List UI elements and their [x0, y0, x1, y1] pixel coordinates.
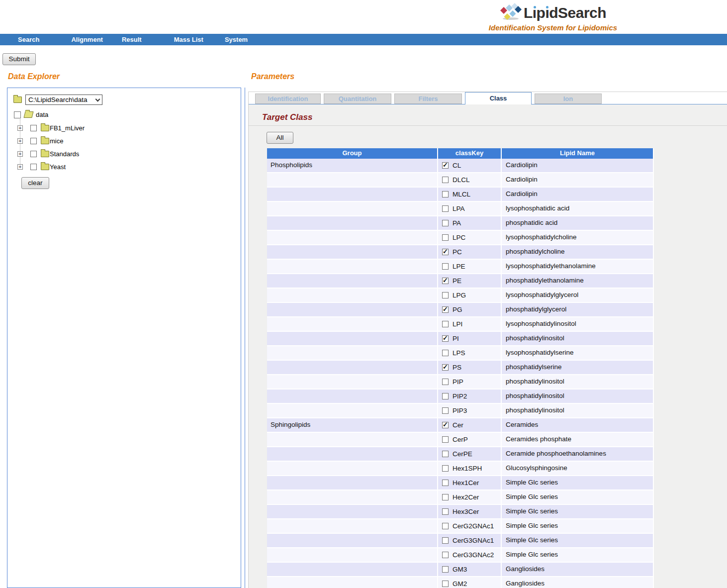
class-checkbox[interactable] [442, 566, 449, 573]
classkey-label: LPS [453, 349, 465, 357]
class-checkbox[interactable] [442, 422, 449, 428]
class-checkbox[interactable] [442, 292, 449, 298]
classkey-label: PG [453, 306, 462, 313]
tree-folder-label[interactable]: Standards [50, 150, 79, 158]
class-checkbox[interactable] [442, 177, 449, 183]
class-checkbox[interactable] [442, 220, 449, 226]
expand-plus-icon[interactable]: + [17, 164, 23, 170]
class-checkbox[interactable] [442, 393, 449, 399]
lipid-name-cell: phosphatidylinositol [502, 390, 654, 404]
group-cell [267, 202, 438, 216]
parameters-panel: IdentificationQuantitationFiltersClassIo… [248, 92, 727, 588]
table-row-cerg3gnac2: CerG3GNAc2 Simple Glc series [267, 548, 654, 563]
class-checkbox[interactable] [442, 451, 449, 457]
table-row-hex2cer: Hex2Cer Simple Glc series [267, 490, 654, 505]
clear-button[interactable]: clear [21, 177, 49, 189]
table-row-dlcl: DLCL Cardiolipin [267, 173, 654, 188]
folder-tree: + FB1_mLiver + mice + Standards + Yeast [12, 123, 241, 171]
classkey-cell: LPC [438, 231, 502, 245]
class-checkbox[interactable] [442, 537, 449, 544]
classkey-cell: LPS [438, 346, 502, 361]
class-checkbox[interactable] [442, 234, 449, 241]
main-menu-bar: SearchAlignmentResultMass ListSystem [0, 34, 727, 45]
class-checkbox[interactable] [442, 321, 449, 327]
tree-root-label[interactable]: data [36, 111, 48, 118]
group-cell [267, 361, 438, 375]
classkey-cell: PI [438, 332, 502, 346]
table-row-cerg3gnac1: CerG3GNAc1 Simple Glc series [267, 534, 654, 548]
target-class-heading: Target Class [262, 104, 727, 122]
class-checkbox[interactable] [442, 523, 449, 529]
menu-item-mass-list[interactable]: Mass List [174, 36, 203, 43]
class-checkbox[interactable] [442, 465, 449, 472]
classkey-label: GM3 [453, 566, 467, 573]
tab-identification[interactable]: Identification [255, 94, 321, 104]
tab-quantitation[interactable]: Quantitation [324, 94, 391, 104]
class-checkbox[interactable] [442, 407, 449, 414]
table-body: Phospholipids CL Cardiolipin DLCL Cardio… [267, 159, 654, 588]
chevron-down-icon [95, 97, 100, 101]
expand-plus-icon[interactable]: + [17, 151, 23, 157]
table-row-cerpe: CerPE Ceramide phosphoethanolamines [267, 447, 654, 462]
folder-checkbox[interactable] [30, 138, 37, 144]
menu-item-search[interactable]: Search [18, 36, 39, 43]
classkey-cell: LPA [438, 202, 502, 216]
lipid-name-cell: lysophosphatidylinositol [502, 317, 654, 332]
class-checkbox[interactable] [442, 494, 449, 500]
folder-checkbox[interactable] [30, 125, 37, 131]
submit-button[interactable]: Submit [2, 53, 36, 65]
column-header-group: Group [267, 148, 438, 159]
class-checkbox[interactable] [442, 581, 449, 587]
table-header-row: Group classKey Lipid Name [267, 148, 654, 159]
classkey-label: PC [453, 248, 462, 256]
tree-folder-label[interactable]: Yeast [50, 163, 66, 171]
group-cell [267, 231, 438, 245]
group-cell: Sphingolipids [267, 418, 438, 433]
folder-checkbox[interactable] [30, 151, 37, 157]
data-path-select[interactable]: C:\LipidSearch\data [25, 95, 102, 105]
menu-item-alignment[interactable]: Alignment [71, 36, 103, 43]
classkey-cell: PA [438, 216, 502, 231]
class-checkbox[interactable] [442, 335, 449, 342]
select-all-button[interactable]: All [267, 132, 293, 144]
tree-folder-label[interactable]: FB1_mLiver [50, 124, 85, 132]
lipid-name-cell: lysophosphatidylserine [502, 346, 654, 361]
parameters-title: Parameters [251, 72, 294, 81]
class-checkbox[interactable] [442, 191, 449, 197]
group-cell [267, 245, 438, 260]
tab-filters[interactable]: Filters [394, 94, 462, 104]
lipid-name-cell: Cardiolipin [502, 159, 654, 173]
classkey-label: CerPE [453, 450, 472, 458]
class-checkbox[interactable] [442, 436, 449, 443]
class-checkbox[interactable] [442, 205, 449, 212]
folder-checkbox[interactable] [30, 164, 37, 170]
class-checkbox[interactable] [442, 278, 449, 284]
class-checkbox[interactable] [442, 306, 449, 313]
class-checkbox[interactable] [442, 480, 449, 486]
data-explorer-title: Data Explorer [8, 72, 60, 81]
group-cell [267, 332, 438, 346]
expand-plus-icon[interactable]: + [17, 125, 23, 131]
expand-plus-icon[interactable]: + [17, 138, 23, 144]
class-checkbox[interactable] [442, 552, 449, 558]
class-checkbox[interactable] [442, 162, 449, 169]
class-checkbox[interactable] [442, 249, 449, 255]
classkey-cell: PIP3 [438, 404, 502, 418]
class-checkbox[interactable] [442, 379, 449, 385]
class-checkbox[interactable] [442, 263, 449, 270]
classkey-cell: CerP [438, 433, 502, 447]
group-cell [267, 534, 438, 548]
group-cell [267, 505, 438, 519]
group-cell [267, 577, 438, 588]
tab-class[interactable]: Class [465, 92, 532, 104]
menu-item-result[interactable]: Result [122, 36, 142, 43]
tab-ion[interactable]: Ion [535, 94, 602, 104]
class-checkbox[interactable] [442, 508, 449, 515]
class-checkbox[interactable] [442, 350, 449, 356]
menu-item-system[interactable]: System [225, 36, 248, 43]
root-checkbox[interactable] [14, 111, 21, 118]
classkey-label: CerP [453, 436, 468, 443]
class-checkbox[interactable] [442, 364, 449, 371]
tree-folder-label[interactable]: mice [50, 137, 63, 145]
classkey-label: LPA [453, 205, 465, 212]
